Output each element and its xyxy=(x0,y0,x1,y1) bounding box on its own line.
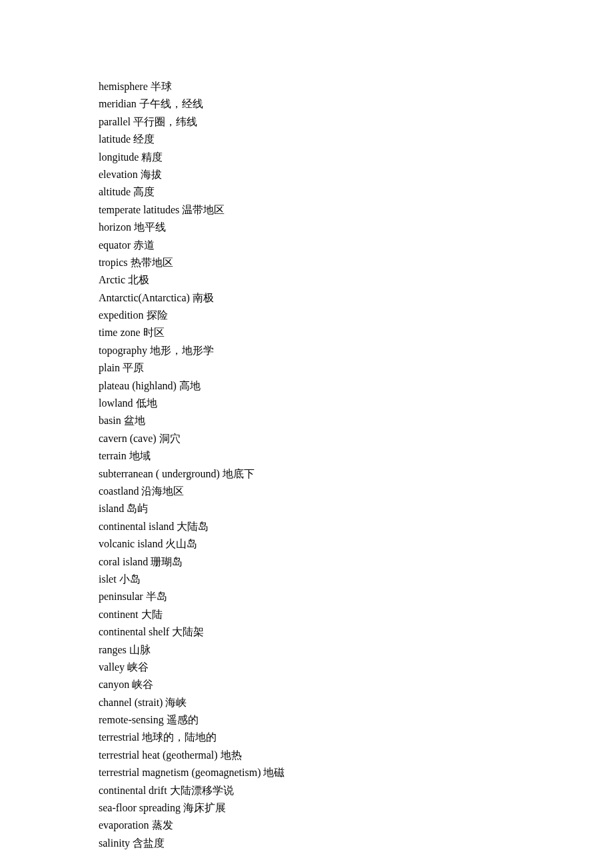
vocabulary-entry: coastland 沿海地区 xyxy=(99,483,514,500)
vocabulary-entry: volcanic island 火山岛 xyxy=(99,535,514,553)
vocabulary-entry: terrain 地域 xyxy=(99,447,514,465)
vocabulary-list: hemisphere 半球meridian 子午线，经线parallel 平行圈… xyxy=(99,78,514,852)
chinese-translation: 高地 xyxy=(179,380,201,391)
vocabulary-entry: coral island 珊瑚岛 xyxy=(99,553,514,571)
vocabulary-entry: latitude 经度 xyxy=(99,131,514,148)
english-term: salinity xyxy=(99,837,130,849)
chinese-translation: 低地 xyxy=(136,397,157,409)
vocabulary-entry: salinity 含盐度 xyxy=(99,835,514,852)
vocabulary-entry: peninsular 半岛 xyxy=(99,588,514,605)
chinese-translation: 峡谷 xyxy=(127,661,149,673)
vocabulary-entry: canyon 峡谷 xyxy=(99,676,514,693)
vocabulary-entry: remote-sensing 遥感的 xyxy=(99,711,514,729)
vocabulary-entry: cavern (cave) 洞穴 xyxy=(99,430,514,447)
vocabulary-entry: hemisphere 半球 xyxy=(99,78,514,95)
vocabulary-entry: terrestrial magnetism (geomagnetism) 地磁 xyxy=(99,764,514,781)
english-term: island xyxy=(99,503,124,514)
chinese-translation: 遥感的 xyxy=(167,714,199,725)
vocabulary-entry: equator 赤道 xyxy=(99,237,514,254)
english-term: horizon xyxy=(99,221,131,233)
vocabulary-entry: continental shelf 大陆架 xyxy=(99,623,514,641)
chinese-translation: 大陆架 xyxy=(172,626,204,637)
chinese-translation: 地形，地形学 xyxy=(150,345,214,356)
vocabulary-entry: Antarctic(Antarctica) 南极 xyxy=(99,289,514,307)
english-term: plateau (highland) xyxy=(99,380,177,391)
vocabulary-entry: terrestrial heat (geothermal) 地热 xyxy=(99,747,514,764)
vocabulary-entry: meridian 子午线，经线 xyxy=(99,95,514,113)
chinese-translation: 大陆岛 xyxy=(177,521,209,532)
english-term: terrain xyxy=(99,450,127,461)
chinese-translation: 洞穴 xyxy=(159,433,181,444)
chinese-translation: 沿海地区 xyxy=(141,485,184,497)
vocabulary-entry: temperate latitudes 温带地区 xyxy=(99,201,514,219)
chinese-translation: 平原 xyxy=(123,362,144,373)
vocabulary-entry: elevation 海拔 xyxy=(99,166,514,183)
vocabulary-entry: lowland 低地 xyxy=(99,395,514,412)
vocabulary-entry: plain 平原 xyxy=(99,359,514,377)
english-term: volcanic island xyxy=(99,538,163,549)
vocabulary-entry: island 岛屿 xyxy=(99,500,514,517)
chinese-translation: 海拔 xyxy=(141,169,162,180)
chinese-translation: 地热 xyxy=(221,749,242,761)
english-term: subterranean ( underground) xyxy=(99,468,220,479)
chinese-translation: 珊瑚岛 xyxy=(151,556,183,567)
document-page: hemisphere 半球meridian 子午线，经线parallel 平行圈… xyxy=(0,0,613,868)
chinese-translation: 蒸发 xyxy=(152,819,173,831)
english-term: Arctic xyxy=(99,274,125,285)
english-term: Antarctic(Antarctica) xyxy=(99,292,190,303)
vocabulary-entry: expedition 探险 xyxy=(99,307,514,324)
english-term: continental drift xyxy=(99,785,167,796)
vocabulary-entry: altitude 高度 xyxy=(99,183,514,201)
vocabulary-entry: evaporation 蒸发 xyxy=(99,817,514,834)
vocabulary-entry: plateau (highland) 高地 xyxy=(99,377,514,395)
english-term: time zone xyxy=(99,327,141,338)
english-term: canyon xyxy=(99,679,129,690)
english-term: remote-sensing xyxy=(99,714,164,725)
chinese-translation: 北极 xyxy=(128,274,149,285)
vocabulary-entry: time zone 时区 xyxy=(99,324,514,341)
english-term: evaporation xyxy=(99,819,149,831)
english-term: sea-floor spreading xyxy=(99,802,181,813)
chinese-translation: 半球 xyxy=(151,81,172,92)
english-term: peninsular xyxy=(99,591,143,602)
chinese-translation: 大陆漂移学说 xyxy=(170,785,234,796)
english-term: altitude xyxy=(99,186,131,197)
chinese-translation: 地底下 xyxy=(223,468,255,479)
english-term: continental shelf xyxy=(99,626,169,637)
chinese-translation: 地平线 xyxy=(134,221,166,233)
english-term: tropics xyxy=(99,257,128,268)
vocabulary-entry: horizon 地平线 xyxy=(99,219,514,236)
chinese-translation: 精度 xyxy=(141,151,163,163)
english-term: elevation xyxy=(99,169,138,180)
english-term: topography xyxy=(99,345,147,356)
chinese-translation: 峡谷 xyxy=(132,679,153,690)
chinese-translation: 地域 xyxy=(129,450,151,461)
vocabulary-entry: longitude 精度 xyxy=(99,149,514,166)
vocabulary-entry: continental island 大陆岛 xyxy=(99,518,514,535)
vocabulary-entry: valley 峡谷 xyxy=(99,659,514,676)
english-term: hemisphere xyxy=(99,81,148,92)
chinese-translation: 小岛 xyxy=(119,573,141,585)
chinese-translation: 高度 xyxy=(133,186,155,197)
english-term: latitude xyxy=(99,133,131,145)
english-term: equator xyxy=(99,239,131,251)
vocabulary-entry: terrestrial 地球的，陆地的 xyxy=(99,729,514,746)
chinese-translation: 平行圈，纬线 xyxy=(133,116,197,127)
english-term: terrestrial magnetism (geomagnetism) xyxy=(99,767,261,778)
chinese-translation: 海峡 xyxy=(165,697,187,708)
vocabulary-entry: continental drift 大陆漂移学说 xyxy=(99,782,514,799)
chinese-translation: 海床扩展 xyxy=(183,802,226,813)
chinese-translation: 大陆 xyxy=(141,609,163,620)
vocabulary-entry: sea-floor spreading 海床扩展 xyxy=(99,799,514,817)
chinese-translation: 探险 xyxy=(147,309,168,321)
english-term: continent xyxy=(99,609,139,620)
chinese-translation: 温带地区 xyxy=(182,204,225,215)
chinese-translation: 含盐度 xyxy=(133,837,165,849)
vocabulary-entry: subterranean ( underground) 地底下 xyxy=(99,465,514,483)
chinese-translation: 赤道 xyxy=(133,239,155,251)
english-term: ranges xyxy=(99,644,127,655)
english-term: parallel xyxy=(99,116,131,127)
chinese-translation: 岛屿 xyxy=(127,503,148,514)
chinese-translation: 山脉 xyxy=(129,644,151,655)
chinese-translation: 子午线，经线 xyxy=(139,98,203,109)
